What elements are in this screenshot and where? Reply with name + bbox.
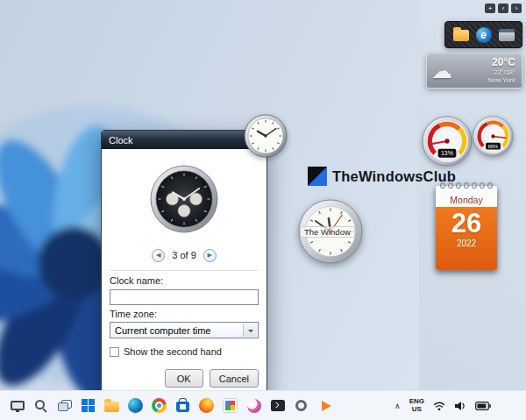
- sidebar-controls: + ‹ ›: [485, 4, 522, 13]
- thewindowsclub-logo-text: TheWindowsClub: [332, 168, 456, 185]
- time-zone-value: Current computer time: [115, 325, 210, 336]
- window-app-icon[interactable]: [499, 29, 515, 41]
- terminal-icon[interactable]: [267, 395, 288, 417]
- calendar-year: 2022: [436, 238, 497, 248]
- calendar-day: 26: [436, 207, 497, 238]
- spiral-binding: [440, 182, 493, 189]
- folder-icon[interactable]: [453, 30, 469, 41]
- time-zone-label: Time zone:: [110, 309, 259, 319]
- cancel-button[interactable]: Cancel: [210, 369, 259, 388]
- second-hand-label: Show the second hand: [124, 346, 222, 357]
- clock-gadget-small[interactable]: [244, 114, 288, 161]
- weather-city: New York: [487, 77, 515, 85]
- weather-temperature: 20°C: [487, 57, 515, 69]
- dialog-title: Clock: [109, 135, 133, 146]
- gauge-value: 86%: [488, 144, 498, 149]
- prev-style-button[interactable]: ◀: [152, 249, 165, 262]
- gauge-value: 13%: [441, 150, 453, 156]
- divider: [110, 270, 259, 271]
- show-desktop-icon[interactable]: [7, 395, 27, 417]
- battery-icon[interactable]: [475, 402, 491, 410]
- system-tray: ∧ ENG US: [394, 391, 491, 420]
- language-indicator[interactable]: ENG US: [409, 398, 424, 414]
- add-gadget-icon[interactable]: +: [485, 4, 495, 13]
- chevron-down-icon[interactable]: [243, 324, 257, 337]
- second-hand-checkbox[interactable]: [110, 347, 119, 357]
- firefox-icon[interactable]: [196, 395, 217, 417]
- wifi-icon[interactable]: [433, 401, 445, 411]
- task-view-icon[interactable]: [54, 395, 75, 417]
- app-launcher-gadget[interactable]: e: [444, 21, 522, 48]
- meter-gadget-right[interactable]: 86%: [473, 116, 514, 160]
- media-player-icon[interactable]: [315, 395, 335, 417]
- paint-icon[interactable]: [244, 395, 264, 417]
- photos-icon[interactable]: [220, 395, 240, 417]
- edge-icon[interactable]: [125, 395, 146, 417]
- clock-style-preview: [110, 155, 259, 243]
- next-page-icon[interactable]: ›: [511, 4, 522, 13]
- internet-explorer-icon[interactable]: e: [476, 27, 492, 43]
- prev-page-icon[interactable]: ‹: [498, 4, 508, 13]
- subdial-right: [190, 193, 203, 205]
- calendar-gadget[interactable]: Monday 26 2022: [436, 186, 497, 270]
- ok-button[interactable]: OK: [165, 369, 203, 388]
- meter-gadget-left[interactable]: 13%: [422, 116, 473, 170]
- clock-dialog: Clock: [101, 130, 267, 397]
- tray-overflow-icon[interactable]: ∧: [394, 402, 401, 410]
- desktop: + ‹ › e ☁ 20°C 22°/18° New York: [0, 0, 526, 420]
- search-icon[interactable]: [31, 395, 51, 417]
- calendar-weekday: Monday: [436, 186, 497, 207]
- start-button[interactable]: [78, 395, 98, 417]
- clock-name-label: Clock name:: [110, 275, 259, 286]
- weather-gadget[interactable]: ☁ 20°C 22°/18° New York: [426, 53, 522, 89]
- thewindowsclub-logo-icon: [308, 167, 327, 186]
- taskbar: ∧ ENG US: [0, 390, 526, 420]
- time-zone-select[interactable]: Current computer time: [110, 322, 259, 338]
- cloud-icon: ☁: [431, 61, 452, 82]
- settings-gear-icon[interactable]: [291, 395, 311, 417]
- store-icon[interactable]: [173, 395, 193, 417]
- chrome-icon[interactable]: [149, 395, 169, 417]
- subdial-bottom: [178, 205, 190, 217]
- next-style-button[interactable]: ▶: [203, 249, 217, 262]
- style-position: 3 of 9: [172, 250, 196, 260]
- clock-name-input[interactable]: [110, 289, 259, 305]
- dialog-titlebar[interactable]: Clock: [102, 131, 267, 149]
- file-explorer-icon[interactable]: [102, 395, 122, 417]
- gadget-name-tooltip: The Window: [300, 226, 355, 238]
- volume-icon[interactable]: [454, 401, 466, 411]
